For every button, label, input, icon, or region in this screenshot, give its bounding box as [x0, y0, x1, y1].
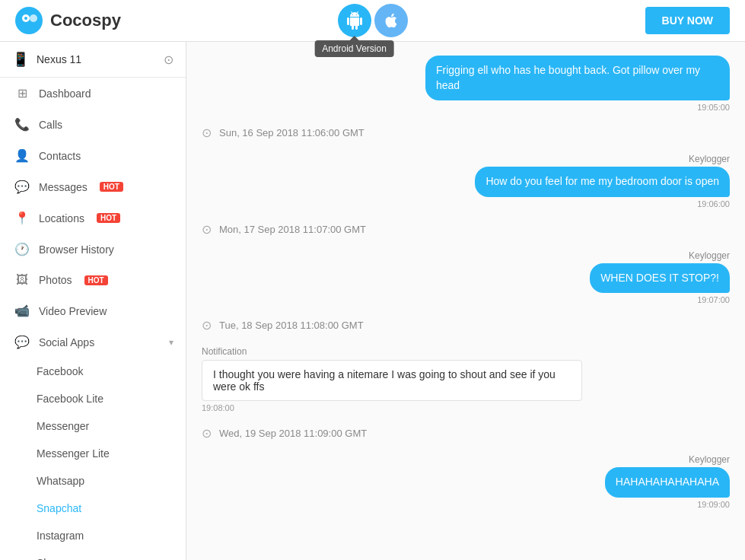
partial-message: Frigging ell who has he bought back. Got…: [202, 56, 730, 112]
sidebar-item-label: Contacts: [39, 150, 81, 162]
date-label: Wed, 19 Sep 2018 11:09:00 GMT: [219, 428, 367, 439]
sidebar-item-label: Browser History: [39, 243, 114, 256]
android-icon[interactable]: Android Version: [338, 4, 371, 37]
logo-area: Cocospy: [15, 7, 121, 34]
date-separator: ⊙ Wed, 19 Sep 2018 11:09:00 GMT: [202, 418, 730, 448]
message-time: 19:06:00: [697, 199, 730, 208]
message-row: Keylogger WHEN DOES IT STOP?! 19:07:00: [202, 250, 730, 305]
social-apps-icon: 💬: [14, 335, 30, 349]
message-time: 19:09:00: [697, 500, 730, 509]
messages-hot-badge: HOT: [100, 182, 123, 192]
message-row: Keylogger HAHAHAHAHAHAHA 19:09:00: [202, 454, 730, 509]
message-sender: Keylogger: [689, 250, 730, 261]
sidebar-item-dashboard[interactable]: ⊞ Dashboard: [0, 78, 186, 109]
svg-point-2: [30, 14, 37, 22]
message-sender: Keylogger: [689, 154, 730, 164]
date-separator: ⊙ Tue, 18 Sep 2018 11:08:00 GMT: [202, 310, 730, 340]
logo-text: Cocospy: [50, 11, 121, 30]
platform-icons: Android Version: [338, 4, 408, 37]
contacts-icon: 👤: [14, 148, 30, 163]
message-row: Keylogger How do you feel for me my bedr…: [202, 154, 730, 208]
device-icon: 📱: [12, 51, 29, 68]
message-time: 19:08:00: [202, 403, 730, 412]
sidebar: 📱 Nexus 11 ⊙ ⊞ Dashboard 📞 Calls 👤 Conta…: [0, 42, 186, 560]
bubble-right: How do you feel for me my bedroom door i…: [475, 167, 730, 197]
sidebar-item-label: Video Preview: [39, 305, 107, 317]
sidebar-item-label: Dashboard: [39, 88, 91, 100]
chevron-down-icon: ⊙: [202, 126, 212, 140]
date-separator: ⊙ Sun, 16 Sep 2018 11:06:00 GMT: [202, 118, 730, 148]
bubble-right: Frigging ell who has he bought back. Got…: [425, 56, 730, 100]
top-header: Cocospy Android Version BUY NOW: [0, 0, 745, 42]
chevron-down-icon: ⊙: [202, 222, 212, 237]
sidebar-item-label: Photos: [39, 274, 72, 286]
social-apps-chevron-icon: ▾: [169, 337, 174, 348]
buy-button[interactable]: BUY NOW: [645, 7, 730, 34]
notification-label: Notification: [202, 346, 730, 357]
sidebar-item-browser-history[interactable]: 🕐 Browser History: [0, 234, 186, 265]
sidebar-item-calls[interactable]: 📞 Calls: [0, 109, 186, 140]
header-center: Android Version: [338, 4, 408, 37]
logo-icon: [15, 7, 43, 34]
android-tooltip: Android Version: [314, 40, 394, 57]
sidebar-item-facebook[interactable]: Facebook: [0, 358, 186, 385]
sidebar-item-label: Messages: [39, 181, 88, 193]
sidebar-item-photos[interactable]: 🖼 Photos HOT: [0, 265, 186, 295]
svg-point-3: [24, 17, 27, 20]
messages-icon: 💬: [14, 180, 30, 194]
sidebar-item-skype[interactable]: Skype: [0, 549, 186, 560]
browser-history-icon: 🕐: [14, 242, 30, 256]
calls-icon: 📞: [14, 117, 30, 132]
dashboard-icon: ⊞: [14, 86, 30, 100]
sidebar-item-social-apps[interactable]: 💬 Social Apps ▾: [0, 326, 186, 358]
notification-block: Notification I thought you were having a…: [202, 346, 730, 412]
sidebar-item-messenger[interactable]: Messenger: [0, 412, 186, 440]
sidebar-item-snapchat[interactable]: Snapchat: [0, 495, 186, 522]
message-time: 19:05:00: [697, 103, 730, 112]
device-arrow-icon: ⊙: [164, 52, 174, 67]
locations-icon: 📍: [14, 211, 30, 225]
sidebar-item-video-preview[interactable]: 📹 Video Preview: [0, 295, 186, 326]
chevron-down-icon: ⊙: [202, 318, 212, 332]
sidebar-item-contacts[interactable]: 👤 Contacts: [0, 140, 186, 171]
photos-hot-badge: HOT: [84, 275, 108, 285]
bubble-right: HAHAHAHAHAHAHA: [605, 467, 730, 498]
content-area: Frigging ell who has he bought back. Got…: [186, 42, 745, 560]
chat-container: Frigging ell who has he bought back. Got…: [186, 42, 745, 523]
ios-icon[interactable]: [374, 4, 408, 37]
sidebar-item-instagram[interactable]: Instagram: [0, 522, 186, 549]
sidebar-item-whatsapp[interactable]: Whatsapp: [0, 467, 186, 495]
main-layout: 📱 Nexus 11 ⊙ ⊞ Dashboard 📞 Calls 👤 Conta…: [0, 42, 745, 560]
message-time: 19:07:00: [697, 295, 730, 304]
date-separator: ⊙ Mon, 17 Sep 2018 11:07:00 GMT: [202, 215, 730, 244]
message-sender: Keylogger: [689, 454, 730, 465]
photos-icon: 🖼: [14, 273, 30, 287]
sidebar-item-label: Locations: [39, 212, 84, 224]
date-label: Mon, 17 Sep 2018 11:07:00 GMT: [219, 224, 366, 235]
locations-hot-badge: HOT: [97, 213, 120, 223]
sidebar-item-messenger-lite[interactable]: Messenger Lite: [0, 440, 186, 467]
chevron-down-icon: ⊙: [202, 426, 212, 441]
date-label: Sun, 16 Sep 2018 11:06:00 GMT: [219, 127, 365, 138]
sidebar-item-label: Social Apps: [39, 336, 94, 348]
bubble-right: WHEN DOES IT STOP?!: [590, 263, 730, 294]
date-label: Tue, 18 Sep 2018 11:08:00 GMT: [219, 320, 364, 331]
device-left: 📱 Nexus 11: [12, 51, 81, 68]
sidebar-item-locations[interactable]: 📍 Locations HOT: [0, 202, 186, 234]
sidebar-item-label: Calls: [39, 119, 62, 131]
device-row[interactable]: 📱 Nexus 11 ⊙: [0, 42, 186, 78]
social-apps-submenu: Facebook Facebook Lite Messenger Messeng…: [0, 358, 186, 560]
notification-bubble: I thought you were having a nitemare I w…: [202, 360, 582, 401]
video-preview-icon: 📹: [14, 304, 30, 318]
device-name: Nexus 11: [37, 53, 81, 65]
sidebar-item-messages[interactable]: 💬 Messages HOT: [0, 171, 186, 202]
sidebar-item-facebook-lite[interactable]: Facebook Lite: [0, 385, 186, 412]
